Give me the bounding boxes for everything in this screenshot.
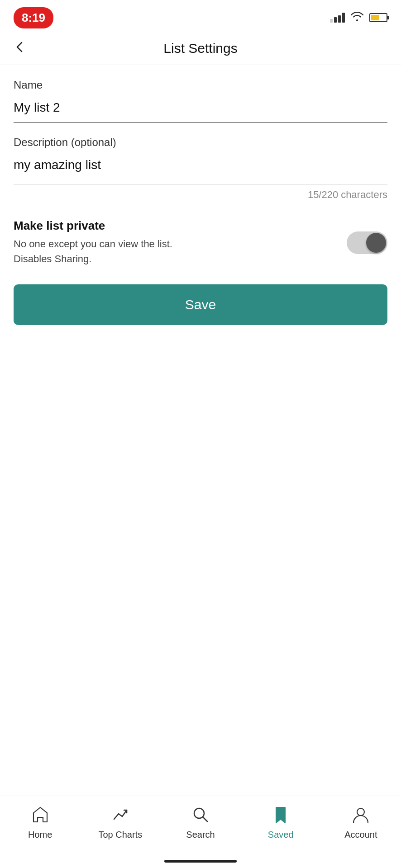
private-toggle[interactable] <box>347 231 387 254</box>
home-icon <box>29 803 52 826</box>
status-bar: 8:19 <box>0 0 401 32</box>
nav-header: List Settings <box>0 32 401 65</box>
char-count: 15/220 characters <box>14 184 387 201</box>
bottom-indicator <box>164 860 237 863</box>
name-field-group: Name My list 2 <box>14 79 387 123</box>
nav-item-search[interactable]: Search <box>160 803 240 840</box>
description-field-group: Description (optional) my amazing list <box>14 136 387 179</box>
description-value[interactable]: my amazing list <box>14 153 387 179</box>
account-icon <box>349 803 372 826</box>
nav-item-top-charts[interactable]: Top Charts <box>80 803 160 840</box>
battery-icon <box>369 13 387 22</box>
nav-item-saved[interactable]: Saved <box>241 803 321 840</box>
name-label: Name <box>14 79 387 91</box>
status-icons <box>330 11 387 24</box>
page-title: List Settings <box>163 41 237 56</box>
nav-item-account[interactable]: Account <box>321 803 401 840</box>
name-value[interactable]: My list 2 <box>14 96 387 123</box>
nav-label-account: Account <box>344 830 377 840</box>
search-icon <box>189 803 212 826</box>
main-content: Name My list 2 Description (optional) my… <box>0 65 401 339</box>
description-label: Description (optional) <box>14 136 387 149</box>
toggle-knob <box>366 233 386 253</box>
nav-label-saved: Saved <box>268 830 294 840</box>
nav-label-top-charts: Top Charts <box>98 830 142 840</box>
bottom-nav: Home Top Charts Search Saved <box>0 796 401 868</box>
wifi-icon <box>350 11 364 24</box>
saved-icon <box>269 803 292 826</box>
private-section: Make list private No one except you can … <box>14 219 387 266</box>
private-text: Make list private No one except you can … <box>14 219 347 266</box>
private-desc: No one except you can view the list.Disa… <box>14 236 347 266</box>
nav-item-home[interactable]: Home <box>0 803 80 840</box>
svg-point-1 <box>357 808 364 816</box>
private-title: Make list private <box>14 219 347 233</box>
save-button[interactable]: Save <box>14 284 387 325</box>
top-charts-icon <box>109 803 132 826</box>
nav-label-search: Search <box>186 830 215 840</box>
signal-icon <box>330 13 345 23</box>
back-button[interactable] <box>14 41 26 56</box>
nav-label-home: Home <box>28 830 52 840</box>
status-time: 8:19 <box>14 7 53 28</box>
